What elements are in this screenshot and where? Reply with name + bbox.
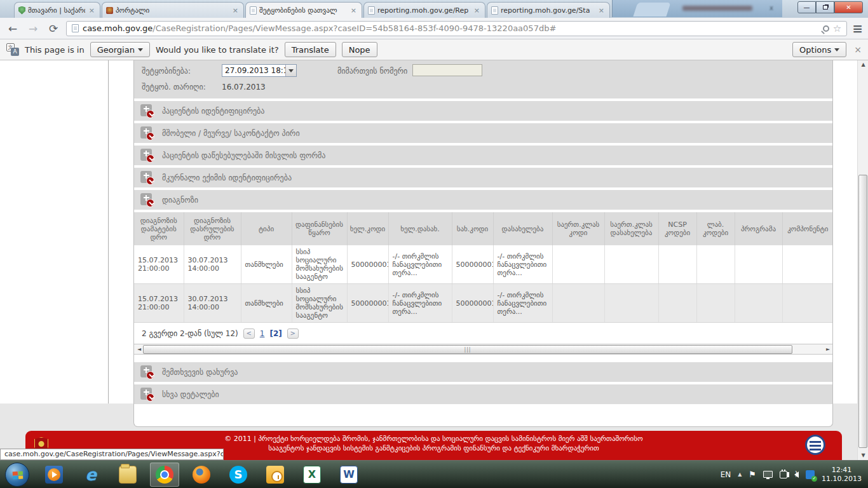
expand-plus-icon[interactable]: [140, 171, 154, 185]
next-page-button[interactable]: >: [287, 329, 299, 339]
vscroll-thumb[interactable]: [858, 175, 867, 448]
tab-mtavari[interactable]: მთავარი | საქართველო ×: [14, 2, 100, 18]
tab-portali[interactable]: პორტალი ×: [102, 2, 244, 18]
table-cell: [604, 284, 658, 323]
chrome-menu-icon[interactable]: ≡: [852, 21, 863, 36]
dropbox-icon[interactable]: [806, 470, 815, 479]
zoom-magnifier-icon[interactable]: [823, 25, 829, 32]
tab-close-icon[interactable]: ×: [231, 6, 240, 15]
hscroll-thumb[interactable]: |||: [143, 345, 792, 354]
language-dropdown[interactable]: Georgian: [90, 42, 150, 57]
taskbar-outlook[interactable]: [261, 463, 290, 487]
options-dropdown[interactable]: Options: [792, 42, 846, 57]
tab-view-message-active[interactable]: შეტყობინების დათვალ ×: [245, 2, 362, 18]
taskbar-skype[interactable]: S: [224, 463, 253, 487]
translate-button[interactable]: Translate: [285, 42, 336, 57]
column-header[interactable]: პროგრამა: [735, 212, 782, 245]
column-header[interactable]: კომპონენტი: [782, 212, 833, 245]
table-horizontal-scrollbar[interactable]: ◄ ||| ►: [134, 344, 833, 355]
tab-close-icon[interactable]: ×: [349, 6, 358, 15]
table-cell: [735, 284, 782, 323]
column-header[interactable]: სახ.კოდი: [452, 212, 493, 245]
network-icon[interactable]: [763, 471, 773, 478]
column-header[interactable]: ხელ.დასახ.: [388, 212, 452, 245]
tab-close-icon[interactable]: ×: [473, 6, 481, 15]
table-row: 15.07.2013 21:00:0030.07.2013 14:00:00თა…: [134, 245, 833, 284]
url-text[interactable]: case.moh.gov.ge/CaseRegistration/Pages/V…: [83, 24, 819, 33]
taskbar-windows-explorer[interactable]: [113, 463, 142, 487]
back-button[interactable]: ←: [5, 22, 20, 35]
tab-close-icon[interactable]: ×: [597, 6, 606, 15]
taskbar-excel[interactable]: X: [297, 463, 327, 487]
tab-close-icon[interactable]: ×: [88, 6, 96, 15]
table-cell: [658, 245, 696, 284]
remove-hardware-icon[interactable]: [780, 471, 787, 478]
taskbar-internet-explorer[interactable]: e: [76, 463, 105, 487]
scroll-up-arrow-icon[interactable]: ▲: [858, 60, 868, 69]
translate-icon: 文A: [6, 43, 19, 56]
dropdown-button[interactable]: [285, 65, 296, 76]
expand-plus-icon[interactable]: [140, 149, 154, 163]
volume-icon[interactable]: [794, 471, 799, 478]
prev-page-button[interactable]: <: [243, 329, 255, 339]
refresh-button[interactable]: ⟳: [46, 22, 61, 35]
table-cell: [782, 245, 833, 284]
section-visit-form[interactable]: პაციენტის დაწესებულებაში მისვლის ფორმა: [134, 146, 832, 165]
minimize-button[interactable]: —: [797, 1, 816, 13]
table-cell: [552, 245, 604, 284]
start-button[interactable]: [5, 463, 29, 487]
language-indicator[interactable]: EN: [721, 470, 731, 479]
close-button[interactable]: ✕: [834, 1, 863, 13]
column-header[interactable]: ხელ.კოდი: [347, 212, 388, 245]
message-date-dropdown[interactable]: 27.09.2013 18:14: [222, 64, 297, 77]
referral-number-input[interactable]: [412, 64, 482, 76]
table-cell: 500000001: [347, 245, 388, 284]
page-1-link[interactable]: 1: [260, 329, 265, 338]
section-doctor-identification[interactable]: მკურნალი ექიმის იდენტიფიცირება: [134, 168, 832, 187]
tab-reporting-sta[interactable]: reporting.moh.gov.ge/Sta ×: [487, 2, 610, 18]
message-form-area: შეტყობინება: 27.09.2013 18:14 მიმართვის …: [134, 60, 832, 98]
column-header[interactable]: NCSP კოდები: [658, 212, 696, 245]
browser-tabstrip: მთავარი | საქართველო × პორტალი × შეტყობი…: [0, 0, 868, 18]
section-diagnosis[interactable]: დიაგნოზი: [134, 190, 832, 210]
table-cell: [552, 284, 604, 323]
taskbar-chrome-active[interactable]: [150, 463, 179, 487]
clock[interactable]: 12:41 11.10.2013: [822, 466, 862, 484]
column-header[interactable]: საერთ.კლას დასახელება: [604, 212, 658, 245]
expand-plus-icon[interactable]: [140, 388, 154, 402]
column-header[interactable]: ლაბ. კოდები: [696, 212, 735, 245]
scroll-right-arrow-icon[interactable]: ►: [824, 346, 832, 353]
scroll-left-arrow-icon[interactable]: ◄: [135, 346, 143, 353]
restore-button[interactable]: [816, 1, 834, 13]
section-other-details[interactable]: სხვა დეტალები: [134, 384, 832, 404]
column-header[interactable]: საერთ.კლას კოდი: [552, 212, 604, 245]
column-header[interactable]: დიაგნოზის დასრულების დრო: [184, 212, 241, 245]
expand-plus-icon[interactable]: [140, 365, 154, 379]
red-check-badge-icon: [146, 154, 154, 163]
column-header[interactable]: დასახელება: [493, 212, 552, 245]
taskbar-firefox[interactable]: [187, 463, 216, 487]
column-header[interactable]: ტიპი: [241, 212, 292, 245]
taskbar-word[interactable]: W: [334, 463, 363, 487]
column-header[interactable]: დიაგნოზის დამატების დრო: [134, 212, 184, 245]
bookmark-star-icon[interactable]: ☆: [833, 23, 841, 34]
translate-bar-close-icon[interactable]: ×: [854, 44, 862, 55]
action-center-flag-icon[interactable]: ⚑: [749, 470, 756, 479]
expand-plus-icon[interactable]: [140, 126, 154, 140]
forward-button[interactable]: →: [25, 22, 41, 35]
nope-button[interactable]: Nope: [342, 42, 377, 57]
section-parent-guardian[interactable]: მშობელი / მეურვე/ საკონტაქტო პირი: [134, 123, 832, 143]
tab-reporting-rep[interactable]: reporting.moh.gov.ge/Rep ×: [363, 2, 485, 18]
section-patient-identification[interactable]: პაციენტის იდენტიფიცირება: [134, 101, 832, 121]
footer-line1: © 2011 | პროექტი ხორციელდება შრომის, ჯან…: [102, 434, 766, 444]
column-header[interactable]: დაფინანსების წყარო: [292, 212, 347, 245]
taskbar-media-player[interactable]: [39, 463, 69, 487]
tray-expand-arrow-icon[interactable]: ▲: [738, 471, 742, 477]
expand-plus-icon[interactable]: [140, 104, 154, 118]
expand-plus-icon[interactable]: [140, 193, 154, 207]
section-case-closure[interactable]: შემთხვევის დახურვა: [134, 362, 832, 382]
background-window-fragment[interactable]: x: [612, 0, 782, 17]
browser-vertical-scrollbar[interactable]: ▲ ▼: [857, 60, 868, 460]
address-bar[interactable]: case.moh.gov.ge/CaseRegistration/Pages/V…: [66, 21, 847, 36]
scroll-down-arrow-icon[interactable]: ▼: [858, 451, 868, 460]
